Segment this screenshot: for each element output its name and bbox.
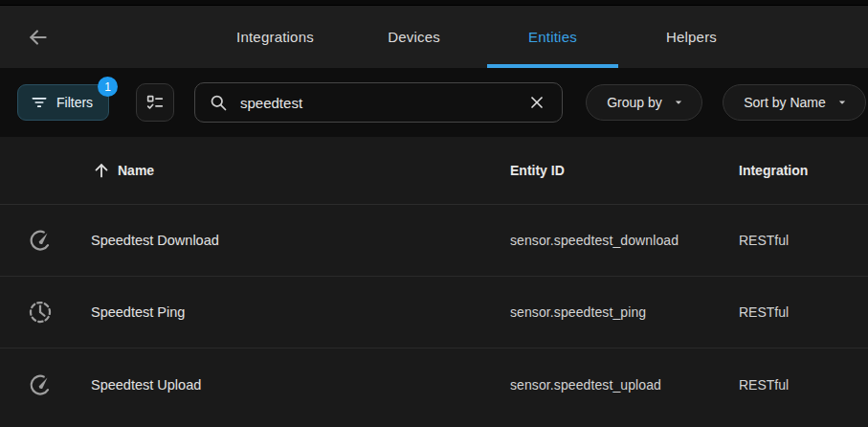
entity-id: sensor.speedtest_upload (510, 377, 739, 393)
column-header-entity-id[interactable]: Entity ID (510, 163, 739, 178)
filters-count-badge: 1 (98, 77, 118, 97)
group-by-dropdown[interactable]: Group by (586, 84, 702, 121)
speedometer-icon (0, 371, 79, 399)
tab-label: Helpers (666, 29, 717, 45)
close-icon (527, 93, 546, 112)
entity-id: sensor.speedtest_download (510, 233, 739, 248)
tab-integrations[interactable]: Integrations (206, 6, 345, 68)
entity-name: Speedtest Ping (79, 304, 510, 320)
arrow-left-icon (26, 25, 51, 50)
column-header-name[interactable]: Name (79, 160, 510, 181)
tab-devices[interactable]: Devices (345, 6, 483, 68)
column-header-label: Entity ID (510, 163, 565, 178)
sort-by-dropdown[interactable]: Sort by Name (723, 84, 866, 121)
table-row-speedtest-download[interactable]: Speedtest Download sensor.speedtest_down… (0, 205, 868, 277)
tab-helpers[interactable]: Helpers (622, 6, 761, 68)
table-row-speedtest-ping[interactable]: Speedtest Ping sensor.speedtest_ping RES… (0, 277, 868, 348)
progress-clock-icon (0, 298, 79, 326)
sort-by-label: Sort by Name (744, 95, 826, 110)
column-header-label: Integration (739, 163, 808, 178)
entities-table: Name Entity ID Integration Speedtest Dow… (0, 137, 868, 427)
entity-integration: RESTful (739, 377, 868, 393)
search-input[interactable] (240, 95, 512, 111)
entity-id: sensor.speedtest_ping (510, 304, 739, 320)
arrow-up-icon (91, 160, 112, 181)
table-header-row: Name Entity ID Integration (0, 137, 868, 205)
group-by-label: Group by (607, 95, 662, 110)
back-button[interactable] (23, 22, 54, 53)
config-tabs: Integrations Devices Entities Helpers (206, 6, 761, 68)
tab-label: Devices (388, 29, 440, 45)
search-icon (209, 93, 229, 113)
entity-name: Speedtest Upload (79, 377, 510, 393)
entities-toolbar: Filters 1 Group by (0, 68, 868, 137)
top-nav-bar: Integrations Devices Entities Helpers (0, 6, 868, 68)
search-field[interactable] (194, 82, 563, 123)
format-list-checks-icon (145, 92, 166, 113)
filter-variant-icon (30, 93, 49, 112)
entity-integration: RESTful (739, 233, 868, 248)
table-row-speedtest-upload[interactable]: Speedtest Upload sensor.speedtest_upload… (0, 348, 868, 420)
select-entities-button[interactable] (136, 83, 174, 122)
entity-name: Speedtest Download (79, 233, 510, 248)
tab-label: Entities (528, 29, 577, 45)
tab-label: Integrations (236, 29, 314, 45)
tab-entities[interactable]: Entities (483, 6, 622, 68)
caret-down-icon (835, 96, 849, 109)
column-header-integration[interactable]: Integration (739, 163, 868, 178)
clear-search-button[interactable] (523, 89, 550, 116)
column-header-label: Name (118, 163, 154, 178)
filters-button[interactable]: Filters 1 (17, 84, 109, 121)
filters-button-label: Filters (56, 95, 93, 110)
caret-down-icon (672, 96, 685, 109)
speedometer-icon (0, 226, 79, 255)
entity-integration: RESTful (739, 304, 868, 320)
